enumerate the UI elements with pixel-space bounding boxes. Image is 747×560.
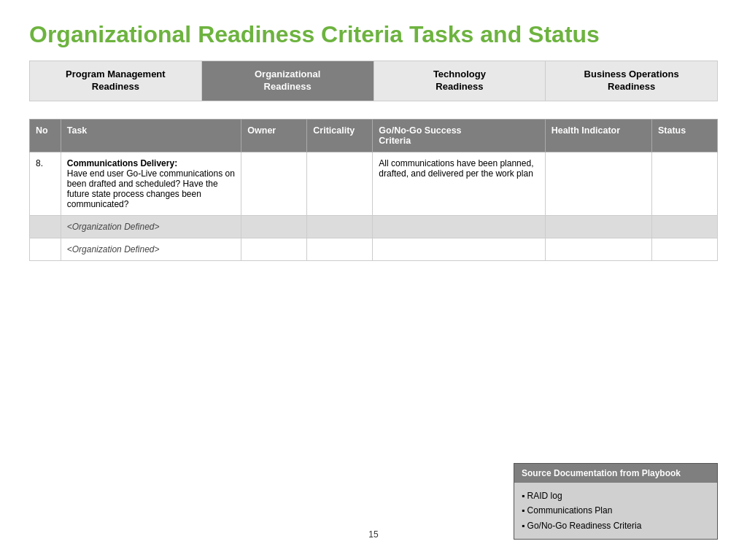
source-item: Go/No-Go Readiness Criteria (522, 518, 710, 533)
cell-status (651, 215, 717, 238)
cell-health-indicator (545, 215, 651, 238)
col-header-health-indicator: Health Indicator (545, 119, 651, 152)
col-header-task: Task (61, 119, 241, 152)
task-title: Communications Delivery: (67, 158, 177, 168)
col-header-no: No (30, 119, 61, 152)
source-item: Communications Plan (522, 503, 710, 518)
col-header-success-criteria: Go/No-Go SuccessCriteria (373, 119, 545, 152)
page: Organizational Readiness Criteria Tasks … (0, 0, 747, 560)
cell-success-criteria (373, 238, 545, 260)
tab-bar: Program ManagementReadiness Organization… (29, 61, 718, 101)
tab-organizational-readiness[interactable]: OrganizationalReadiness (202, 61, 374, 101)
cell-status (651, 152, 717, 215)
cell-criticality (307, 215, 373, 238)
tab-business-operations[interactable]: Business OperationsReadiness (546, 61, 717, 101)
cell-criticality (307, 152, 373, 215)
source-box-header: Source Documentation from Playbook (514, 464, 717, 483)
cell-success-criteria: All communications have been planned, dr… (373, 152, 545, 215)
tab-technology-readiness[interactable]: TechnologyReadiness (374, 61, 546, 101)
source-box-body: RAID log Communications Plan Go/No-Go Re… (514, 483, 717, 539)
cell-success-criteria (373, 215, 545, 238)
cell-task: <Organization Defined> (61, 238, 241, 260)
cell-criticality (307, 238, 373, 260)
page-title: Organizational Readiness Criteria Tasks … (29, 22, 718, 47)
source-item: RAID log (522, 489, 710, 503)
criteria-table: No Task Owner Criticality Go/No-Go Succe… (29, 119, 718, 261)
col-header-criticality: Criticality (307, 119, 373, 152)
cell-owner (241, 238, 307, 260)
col-header-owner: Owner (241, 119, 307, 152)
source-items-list: RAID log Communications Plan Go/No-Go Re… (522, 489, 710, 533)
table-row: <Organization Defined> (30, 238, 718, 260)
cell-owner (241, 215, 307, 238)
col-header-status: Status (651, 119, 717, 152)
tab-program-management[interactable]: Program ManagementReadiness (30, 61, 202, 101)
org-defined-label: <Organization Defined> (67, 222, 160, 232)
cell-no (30, 215, 61, 238)
table-row: 8. Communications Delivery: Have end use… (30, 152, 718, 215)
cell-health-indicator (545, 152, 651, 215)
cell-task: Communications Delivery: Have end user G… (61, 152, 241, 215)
cell-status (651, 238, 717, 260)
task-desc: Have end user Go-Live communications on … (67, 168, 235, 209)
table-row: <Organization Defined> (30, 215, 718, 238)
cell-task: <Organization Defined> (61, 215, 241, 238)
cell-no (30, 238, 61, 260)
cell-owner (241, 152, 307, 215)
page-number: 15 (368, 529, 378, 540)
cell-no: 8. (30, 152, 61, 215)
table-header-row: No Task Owner Criticality Go/No-Go Succe… (30, 119, 718, 152)
cell-health-indicator (545, 238, 651, 260)
source-documentation-box: Source Documentation from Playbook RAID … (514, 463, 718, 540)
org-defined-label: <Organization Defined> (67, 244, 160, 254)
